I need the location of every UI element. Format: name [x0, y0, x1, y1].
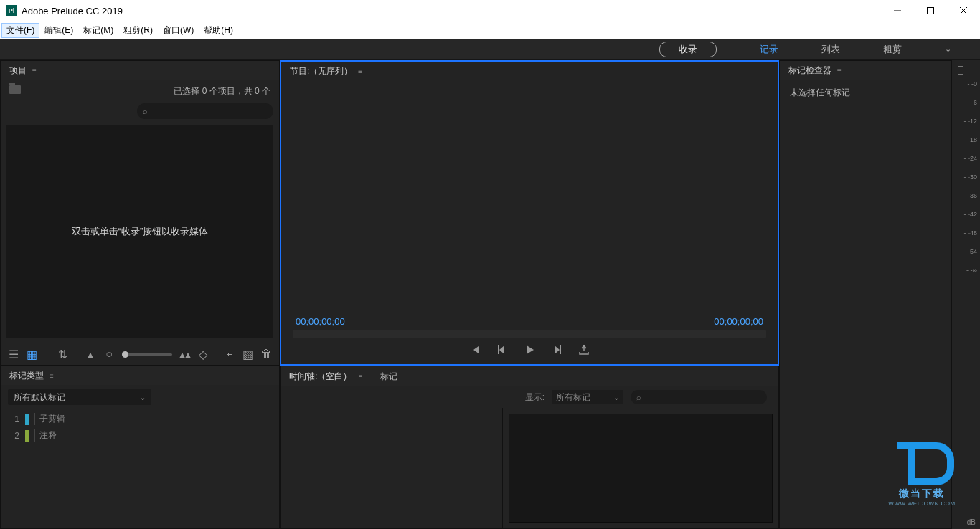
zoom-min-icon[interactable]: ○: [103, 348, 115, 361]
marker-color-swatch: [25, 430, 29, 442]
project-status: 已选择 0 个项目，共 0 个: [174, 85, 270, 97]
meter-tick: - -54: [963, 248, 977, 255]
marker-inspector-panel: 标记检查器 ≡ 未选择任何标记: [779, 60, 951, 529]
marker-row-label: 注释: [34, 429, 57, 442]
timeline-show-label: 显示:: [525, 391, 545, 404]
marker-type-header[interactable]: 标记类型 ≡: [1, 366, 279, 385]
panel-menu-icon[interactable]: ≡: [358, 67, 367, 75]
workspace-log[interactable]: 记录: [760, 43, 778, 56]
timeline-search-input[interactable]: ⌕: [631, 390, 767, 404]
zoom-slider[interactable]: [122, 353, 172, 356]
maximize-button[interactable]: [914, 0, 947, 22]
project-drop-area[interactable]: 双击或单击“收录”按钮以收录媒体: [6, 125, 273, 338]
meter-tick: - -36: [963, 192, 977, 199]
svg-rect-1: [928, 8, 934, 14]
timeline-show-value: 所有标记: [556, 391, 590, 404]
panel-menu-icon[interactable]: ≡: [32, 67, 41, 75]
minimize-button[interactable]: [881, 0, 914, 22]
workspace-bar: 收录 记录 列表 粗剪 ⌄: [0, 39, 980, 60]
marker-color-swatch: [25, 414, 29, 425]
monitor-controls: [281, 338, 778, 364]
zoom-diamond-icon[interactable]: ◇: [198, 348, 209, 361]
new-bin-icon[interactable]: ▧: [242, 348, 253, 361]
meter-tick: - -∞: [963, 267, 977, 274]
sort-icon[interactable]: ⇅: [57, 348, 68, 361]
timeline-track-header[interactable]: [281, 408, 503, 528]
menu-marker[interactable]: 标记(M): [78, 23, 118, 38]
menu-rough[interactable]: 粗剪(R): [118, 23, 158, 38]
thumb-view-icon[interactable]: ▦: [27, 348, 38, 361]
timeline-show-select[interactable]: 所有标记 ⌄: [552, 390, 623, 404]
automate-icon[interactable]: ⫘: [223, 348, 235, 361]
window-titlebar: Pl Adobe Prelude CC 2019: [0, 0, 980, 22]
project-toolbar: ☰ ▦ ⇅ ▴ ○ ▴▴ ◇ ⫘ ▧ 🗑: [1, 343, 279, 365]
meter-tick: - -30: [963, 173, 977, 181]
timecode-current[interactable]: 00;00;00;00: [296, 316, 345, 327]
menu-edit[interactable]: 编辑(E): [39, 23, 78, 38]
tab-marker[interactable]: 标记: [372, 371, 406, 383]
program-monitor-panel: 节目:（无序列） ≡ 00;00;00;00 00;00;00;00: [280, 60, 779, 366]
project-panel-title: 项目: [9, 65, 27, 77]
meter-tick: - -24: [963, 155, 977, 162]
monitor-view[interactable]: [281, 80, 778, 312]
project-search-input[interactable]: ⌕: [137, 103, 273, 119]
marker-row-label: 子剪辑: [34, 413, 65, 425]
meter-tick: - -12: [963, 118, 977, 125]
export-icon[interactable]: [578, 344, 590, 358]
workspace-list[interactable]: 列表: [821, 43, 840, 56]
inspector-title: 标记检查器: [788, 65, 831, 77]
meter-tick: - -0: [963, 80, 977, 87]
menu-help[interactable]: 帮助(H): [199, 23, 238, 38]
monitor-scrubber[interactable]: [293, 330, 766, 338]
timecode-duration: 00;00;00;00: [714, 316, 763, 327]
step-fwd-icon[interactable]: [551, 344, 562, 358]
marker-type-row[interactable]: 2注释: [8, 427, 272, 444]
panel-menu-icon[interactable]: ≡: [359, 373, 363, 381]
play-icon[interactable]: [524, 344, 535, 358]
bin-icon[interactable]: [9, 85, 21, 94]
panel-menu-icon[interactable]: ≡: [50, 372, 58, 380]
marker-row-index: 1: [11, 414, 19, 424]
search-icon: ⌕: [636, 393, 641, 401]
meter-tick: - -42: [963, 211, 977, 218]
close-button[interactable]: [947, 0, 980, 22]
menu-window[interactable]: 窗口(W): [158, 23, 199, 38]
panel-menu-icon[interactable]: ≡: [837, 67, 846, 75]
meter-tick: - -6: [963, 99, 977, 106]
project-placeholder: 双击或单击“收录”按钮以收录媒体: [72, 225, 209, 238]
project-panel-header[interactable]: 项目 ≡: [1, 61, 279, 80]
workspace-more-icon[interactable]: ⌄: [945, 44, 951, 54]
goto-in-icon[interactable]: [469, 344, 481, 358]
marker-row-index: 2: [11, 431, 19, 441]
marker-preset-select[interactable]: 所有默认标记 ⌄: [8, 389, 151, 405]
monitor-header[interactable]: 节目:（无序列） ≡: [281, 62, 778, 80]
app-logo: Pl: [6, 5, 17, 16]
trash-icon[interactable]: 🗑: [260, 348, 272, 361]
menu-bar: 文件(F) 编辑(E) 标记(M) 粗剪(R) 窗口(W) 帮助(H): [0, 22, 980, 39]
marker-type-title: 标记类型: [9, 370, 44, 382]
monitor-title: 节目:（无序列）: [290, 65, 352, 77]
tab-timeline-label: 时间轴:（空白）: [289, 371, 352, 381]
meter-unit: dB: [967, 518, 976, 526]
list-view-icon[interactable]: ☰: [8, 348, 19, 361]
meter-tick: - -48: [963, 229, 977, 237]
inspector-header[interactable]: 标记检查器 ≡: [780, 61, 951, 80]
workspace-ingest[interactable]: 收录: [659, 42, 717, 57]
chevron-down-icon: ⌄: [140, 394, 146, 401]
zoom-max-icon[interactable]: ▴▴: [179, 348, 191, 361]
app-title: Adobe Prelude CC 2019: [22, 6, 123, 16]
chevron-down-icon: ⌄: [613, 394, 619, 401]
menu-file[interactable]: 文件(F): [1, 23, 39, 38]
marker-type-row[interactable]: 1子剪辑: [8, 411, 272, 427]
timeline-track-area[interactable]: [509, 414, 773, 523]
zoom-out-icon[interactable]: ▴: [85, 348, 97, 361]
step-back-icon[interactable]: [496, 344, 508, 358]
marker-type-panel: 标记类型 ≡ 所有默认标记 ⌄ 1子剪辑2注释: [0, 366, 280, 529]
audio-meter: - -0- -6- -12- -18- -24- -30- -36- -42- …: [951, 60, 980, 529]
tab-timeline[interactable]: 时间轴:（空白） ≡: [281, 371, 372, 383]
project-panel: 项目 ≡ 已选择 0 个项目，共 0 个 ⌕ 双击或单击“收录”按钮以收录媒体 …: [0, 60, 280, 366]
meter-tick: - -18: [963, 136, 977, 143]
timeline-panel: 时间轴:（空白） ≡ 标记 显示: 所有标记 ⌄ ⌕: [280, 366, 779, 529]
meter-indicator-icon: [958, 66, 963, 75]
workspace-rough[interactable]: 粗剪: [883, 43, 902, 56]
